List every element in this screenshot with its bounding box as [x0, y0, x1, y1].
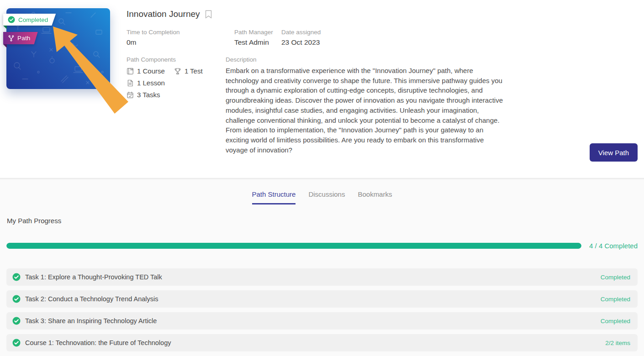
item-title: Task 2: Conduct a Technology Trend Analy… — [25, 295, 158, 303]
item-status: Completed — [601, 318, 630, 325]
progress-row: 4 / 4 Completed — [6, 242, 638, 250]
list-item[interactable]: Task 3: Share an Inspiring Technology Ar… — [6, 312, 638, 330]
annotation-arrow — [43, 21, 135, 117]
list-item[interactable]: Task 1: Explore a Thought-Provoking TED … — [6, 268, 638, 286]
component-lesson-label: 1 Lesson — [137, 79, 165, 87]
path-type-badge: Path — [3, 32, 38, 44]
component-test: 1 Test — [174, 67, 203, 75]
item-title: Course 1: Technovation: the Future of Te… — [25, 339, 171, 346]
time-to-completion: Time to Completion 0m — [127, 29, 234, 47]
path-components-label: Path Components — [127, 56, 226, 63]
item-status: 2/2 items — [605, 340, 630, 346]
tab-discussions[interactable]: Discussions — [308, 190, 345, 204]
path-badge-label: Path — [17, 35, 31, 42]
page-title: Innovation Journey — [127, 9, 200, 19]
date-assigned: Date assigned 23 Oct 2023 — [281, 29, 512, 47]
ribbon-fold — [3, 26, 7, 29]
progress-bar — [6, 243, 581, 249]
check-circle-icon — [12, 339, 21, 347]
path-header-section: Completed Path Innovation Journey — [0, 0, 644, 178]
path-manager: Path Manager Test Admin — [234, 29, 281, 47]
check-circle-icon — [12, 317, 21, 325]
path-manager-label: Path Manager — [234, 29, 281, 36]
progress-heading: My Path Progress — [7, 217, 61, 225]
check-circle-icon — [12, 273, 21, 281]
tab-bar: Path Structure Discussions Bookmarks — [0, 190, 644, 204]
list-item[interactable]: Course 1: Technovation: the Future of Te… — [6, 334, 638, 351]
description-text: Embark on a transformative experience wi… — [226, 66, 505, 155]
path-manager-value: Test Admin — [234, 38, 281, 47]
progress-bar-fill — [6, 243, 581, 249]
component-test-label: 1 Test — [185, 67, 203, 75]
path-items-list: Task 1: Explore a Thought-Provoking TED … — [6, 268, 638, 356]
item-title: Task 3: Share an Inspiring Technology Ar… — [25, 317, 157, 325]
item-status: Completed — [601, 296, 630, 303]
progress-count-label: 4 / 4 Completed — [589, 242, 638, 250]
check-circle-icon — [8, 16, 15, 23]
path-description: Description Embark on a transformative e… — [226, 56, 512, 155]
item-title: Task 1: Explore a Thought-Provoking TED … — [25, 273, 162, 281]
component-course-label: 1 Course — [137, 67, 165, 75]
list-item[interactable]: Task 2: Conduct a Technology Trend Analy… — [6, 290, 638, 308]
test-icon — [174, 68, 181, 75]
component-tasks-label: 3 Tasks — [137, 91, 160, 99]
path-info: Innovation Journey Time to Completion 0m… — [127, 9, 512, 155]
check-circle-icon — [12, 295, 21, 303]
path-components: Path Components 1 Course 1 T — [127, 56, 226, 155]
item-status: Completed — [601, 274, 630, 281]
time-to-completion-label: Time to Completion — [127, 29, 234, 36]
path-details-page: Completed Path Innovation Journey — [0, 0, 644, 356]
description-label: Description — [226, 56, 512, 63]
date-assigned-value: 23 Oct 2023 — [281, 38, 512, 47]
path-branch-icon — [8, 35, 14, 42]
time-to-completion-value: 0m — [127, 38, 234, 47]
view-path-button[interactable]: View Path — [590, 143, 638, 162]
path-structure-section: Path Structure Discussions Bookmarks My … — [0, 178, 644, 356]
tab-path-structure[interactable]: Path Structure — [252, 190, 296, 204]
bookmark-icon[interactable] — [205, 10, 212, 19]
tab-bookmarks[interactable]: Bookmarks — [358, 190, 392, 204]
date-assigned-label: Date assigned — [281, 29, 512, 36]
